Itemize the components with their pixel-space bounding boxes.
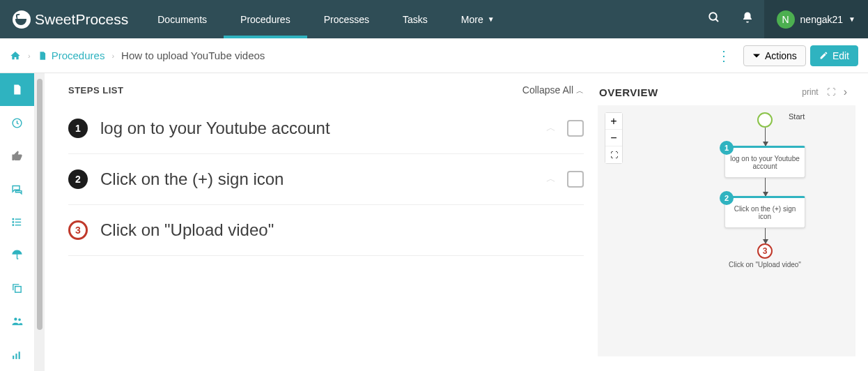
zoom-in-button[interactable]: +: [605, 113, 622, 130]
overview-panel: OVERVIEW print ⛶ › + − ⛶ Start: [598, 82, 855, 371]
bell-icon[interactable]: [731, 11, 764, 27]
flow-node[interactable]: 1 log on to your Youtube account: [724, 146, 805, 178]
sidebar: [0, 73, 35, 371]
flowchart[interactable]: + − ⛶ Start 1 log on to your Youtube acc…: [598, 105, 855, 356]
brand-text-1: Sweet: [35, 11, 75, 27]
collapse-all-button[interactable]: Collapse All︿: [522, 84, 584, 96]
edit-button[interactable]: Edit: [810, 45, 858, 66]
chevron-right-icon: ›: [21, 52, 38, 60]
svg-point-11: [18, 319, 21, 321]
chevron-down-icon: ▼: [848, 15, 855, 23]
avatar: N: [777, 10, 795, 29]
expand-icon[interactable]: ⛶: [823, 87, 839, 97]
arrow-icon: [765, 178, 766, 196]
flow-end-label: Click on "Upload video": [729, 261, 801, 268]
sidebar-item-team[interactable]: [0, 305, 34, 338]
nav-more[interactable]: More▼: [444, 0, 511, 38]
home-icon[interactable]: [10, 50, 21, 61]
sidebar-item-analytics[interactable]: [0, 338, 34, 371]
nav-procedures[interactable]: Procedures: [224, 0, 307, 38]
step-number: 3: [68, 220, 88, 240]
search-icon[interactable]: [697, 11, 731, 27]
chevron-up-icon[interactable]: ︿: [546, 173, 556, 186]
zoom-controls: + − ⛶: [605, 112, 623, 164]
svg-rect-9: [15, 287, 22, 293]
nav-tasks[interactable]: Tasks: [386, 0, 444, 38]
cup-icon: [13, 10, 31, 29]
flow-node-badge: 1: [720, 141, 734, 155]
nav-documents[interactable]: Documents: [141, 0, 224, 38]
actions-button[interactable]: Actions: [743, 45, 806, 66]
breadcrumb-bar: › Procedures › How to upload YouTube vid…: [0, 38, 868, 73]
step-title: Click on "Upload video": [100, 220, 571, 240]
svg-rect-12: [13, 356, 14, 359]
chevron-right-icon[interactable]: ›: [839, 86, 851, 98]
flow-start-label: Start: [772, 112, 805, 121]
sidebar-item-list[interactable]: [0, 206, 34, 238]
scrollbar[interactable]: [35, 73, 45, 371]
svg-rect-14: [19, 351, 20, 359]
sidebar-item-history[interactable]: [0, 106, 34, 139]
svg-point-6: [13, 219, 13, 220]
svg-point-10: [14, 318, 17, 321]
breadcrumb-procedures[interactable]: Procedures: [38, 50, 105, 61]
sidebar-item-umbrella[interactable]: [0, 238, 34, 271]
step-title: log on to your Youtube account: [100, 119, 534, 138]
steps-header: STEPS LIST: [68, 85, 123, 96]
nav-items: Documents Procedures Processes Tasks Mor…: [141, 0, 511, 38]
svg-point-8: [13, 225, 13, 225]
svg-rect-13: [15, 354, 17, 359]
sidebar-item-approve[interactable]: [0, 139, 34, 172]
zoom-out-button[interactable]: −: [605, 130, 622, 146]
chevron-up-icon: ︿: [576, 86, 584, 95]
sidebar-item-copy[interactable]: [0, 272, 34, 305]
scrollbar-thumb[interactable]: [37, 79, 42, 330]
steps-panel: STEPS LIST Collapse All︿ 1log on to your…: [68, 82, 584, 371]
zoom-fit-button[interactable]: ⛶: [605, 146, 622, 163]
sidebar-item-comments[interactable]: [0, 172, 34, 205]
arrow-icon: [765, 128, 766, 146]
brand-logo[interactable]: SweetProcess: [0, 10, 141, 29]
step-checkbox[interactable]: [567, 120, 584, 137]
step-number: 1: [68, 119, 88, 138]
svg-point-7: [13, 222, 13, 222]
sidebar-item-document[interactable]: [0, 73, 34, 106]
flow-node-badge: 2: [720, 191, 734, 205]
overview-title: OVERVIEW: [599, 86, 658, 98]
svg-line-1: [715, 19, 718, 22]
svg-point-0: [709, 13, 717, 20]
step-number: 2: [68, 169, 88, 189]
flow-end-node[interactable]: 3: [757, 243, 773, 259]
page-title: How to upload YouTube videos: [121, 50, 265, 61]
nav-processes[interactable]: Processes: [307, 0, 386, 38]
step-title: Click on the (+) sign icon: [100, 169, 534, 189]
chevron-right-icon: ›: [104, 52, 121, 60]
flow-start-node[interactable]: [757, 112, 773, 128]
chevron-down-icon: ▼: [488, 15, 495, 23]
top-nav: SweetProcess Documents Procedures Proces…: [0, 0, 868, 38]
flow-node[interactable]: 2 Click on the (+) sign icon: [724, 196, 805, 228]
username: nengak21: [800, 14, 844, 25]
print-button[interactable]: print: [798, 87, 822, 97]
chevron-up-icon[interactable]: ︿: [546, 122, 556, 135]
brand-text-2: Process: [75, 11, 128, 27]
step-checkbox[interactable]: [567, 171, 584, 188]
arrow-icon: [765, 228, 766, 243]
step-row[interactable]: 1log on to your Youtube account︿: [68, 103, 584, 154]
step-row[interactable]: 3Click on "Upload video": [68, 205, 584, 256]
step-row[interactable]: 2Click on the (+) sign icon︿: [68, 154, 584, 205]
more-options-icon[interactable]: ⋮: [708, 47, 739, 64]
user-menu[interactable]: N nengak21 ▼: [764, 0, 868, 38]
